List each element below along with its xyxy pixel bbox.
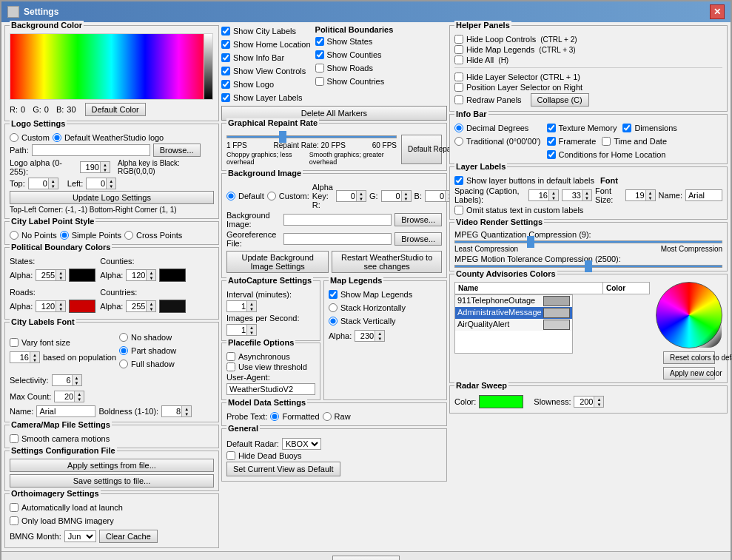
cross-points-radio[interactable] [124, 231, 133, 240]
save-settings-button[interactable]: Save settings to file... [10, 474, 214, 488]
set-default-view-button[interactable]: Set Current View as Default [226, 462, 340, 476]
default-radar-select[interactable]: KBOXKBOSKENX [282, 438, 321, 450]
stack-vertical-radio[interactable] [329, 317, 338, 325]
slowness-down[interactable]: ▼ [594, 402, 603, 407]
top-spinner[interactable]: ▲ ▼ [28, 178, 58, 189]
redraw-panels-checkbox[interactable] [454, 95, 463, 104]
mpeg-motion-slider[interactable] [454, 265, 722, 268]
show-city-labels-checkbox[interactable] [221, 27, 230, 36]
list-item[interactable]: AdministrativeMessage [455, 307, 572, 319]
slowness-spinner[interactable]: ▲ ▼ [574, 396, 604, 408]
countries-alpha-down[interactable]: ▼ [146, 306, 155, 311]
show-countries-checkbox[interactable] [315, 77, 324, 86]
roads-alpha-down[interactable]: ▼ [56, 306, 65, 311]
interval-up[interactable]: ▲ [246, 301, 256, 306]
omit-status-checkbox[interactable] [454, 206, 463, 215]
auto-load-checkbox[interactable] [10, 503, 19, 512]
legend-alpha-down[interactable]: ▼ [375, 336, 384, 341]
update-logo-button[interactable]: Update Logo Settings [10, 191, 214, 204]
interval-spinner[interactable]: ▲ ▼ [226, 300, 257, 312]
top-up[interactable]: ▲ [48, 178, 58, 183]
browse-logo-button[interactable]: Browse... [153, 144, 201, 157]
texture-memory-checkbox[interactable] [547, 124, 556, 132]
radar-color-swatch[interactable] [479, 395, 523, 408]
show-states-checkbox[interactable] [315, 37, 324, 46]
show-info-bar-checkbox[interactable] [221, 53, 230, 62]
vary-font-checkbox[interactable] [10, 338, 19, 347]
left-up[interactable]: ▲ [106, 178, 115, 183]
spacing2-spinner[interactable]: ▲ ▼ [562, 189, 592, 201]
hide-all-checkbox[interactable] [454, 55, 463, 64]
user-agent-input[interactable] [226, 383, 315, 395]
max-count-down[interactable]: ▼ [74, 397, 84, 402]
bg-g-value[interactable] [382, 191, 401, 201]
view-threshold-checkbox[interactable] [226, 362, 235, 371]
repaint-slider[interactable] [226, 135, 397, 138]
close-button[interactable]: Close [332, 556, 399, 560]
show-layer-labels-checkbox[interactable] [221, 93, 230, 102]
georeference-input[interactable] [283, 233, 392, 245]
show-home-location-checkbox[interactable] [221, 40, 230, 49]
bg-image-input[interactable] [283, 214, 392, 226]
spacing1-up[interactable]: ▲ [548, 190, 558, 195]
framerate-checkbox[interactable] [547, 137, 556, 146]
stack-horizontal-radio[interactable] [329, 303, 338, 312]
simple-points-radio[interactable] [60, 231, 69, 240]
countries-alpha-up[interactable]: ▲ [146, 301, 155, 306]
path-input[interactable] [32, 144, 150, 156]
counties-color-swatch[interactable] [159, 269, 186, 282]
browse-geo-button[interactable]: Browse... [394, 232, 442, 246]
bg-b-value[interactable] [426, 191, 445, 201]
smooth-camera-checkbox[interactable] [10, 434, 19, 443]
raw-radio[interactable] [323, 412, 332, 421]
boldness-down[interactable]: ▼ [181, 411, 191, 416]
ips-spinner[interactable]: ▲ ▼ [226, 324, 257, 336]
font-size-value[interactable] [10, 352, 30, 362]
spacing2-down[interactable]: ▼ [582, 195, 591, 200]
show-logo-checkbox[interactable] [221, 80, 230, 89]
bmng-month-select[interactable]: JunJanFebMar AprMayJulAug SepOctNovDec [64, 530, 96, 542]
bg-r-spinner[interactable]: ▲ ▼ [336, 190, 366, 202]
states-color-swatch[interactable] [69, 269, 95, 282]
default-color-button[interactable]: Default Color [85, 103, 146, 116]
color-gradient[interactable] [10, 33, 213, 100]
legend-alpha-spinner[interactable]: ▲ ▼ [355, 330, 385, 342]
no-points-radio[interactable] [10, 231, 19, 240]
top-value[interactable] [29, 178, 48, 189]
font-name-input[interactable] [36, 405, 95, 417]
no-shadow-radio[interactable] [119, 333, 128, 342]
countries-alpha-value[interactable] [127, 301, 146, 311]
max-count-spinner[interactable]: ▲ ▼ [54, 391, 84, 402]
show-view-controls-checkbox[interactable] [221, 67, 230, 75]
close-window-button[interactable]: ✕ [710, 4, 725, 19]
legend-alpha-up[interactable]: ▲ [375, 331, 384, 336]
states-alpha-value[interactable] [36, 270, 56, 280]
browse-bg-button[interactable]: Browse... [394, 213, 442, 226]
slowness-value[interactable] [574, 397, 594, 407]
list-item[interactable]: 911TelephoneOutage [455, 295, 572, 307]
dimensions-checkbox[interactable] [622, 124, 631, 132]
ll-font-size-spinner[interactable]: ▲ ▼ [625, 189, 656, 201]
formatted-radio[interactable] [270, 412, 279, 421]
countries-alpha-spinner[interactable]: ▲ ▼ [126, 300, 156, 312]
bg-default-radio[interactable] [226, 192, 235, 200]
selectivity-value[interactable] [53, 375, 72, 385]
hide-map-legends-checkbox[interactable] [454, 45, 463, 54]
ips-value[interactable] [227, 325, 246, 335]
boldness-up[interactable]: ▲ [181, 406, 191, 411]
ll-font-size-value[interactable] [626, 190, 645, 200]
spacing2-value[interactable] [563, 190, 582, 200]
roads-alpha-value[interactable] [36, 301, 56, 311]
max-count-up[interactable]: ▲ [74, 391, 84, 397]
ips-up[interactable]: ▲ [246, 325, 256, 330]
roads-alpha-up[interactable]: ▲ [56, 301, 65, 306]
alpha-up[interactable]: ▲ [100, 162, 110, 167]
spacing1-spinner[interactable]: ▲ ▼ [528, 189, 559, 201]
bg-g-spinner[interactable]: ▲ ▼ [381, 190, 412, 202]
roads-alpha-spinner[interactable]: ▲ ▼ [36, 300, 66, 312]
bg-r-up[interactable]: ▲ [356, 191, 366, 196]
bg-custom-radio[interactable] [267, 192, 276, 200]
apply-settings-button[interactable]: Apply settings from file... [10, 459, 214, 472]
clear-cache-button[interactable]: Clear Cache [99, 530, 158, 543]
bg-r-down[interactable]: ▼ [356, 196, 366, 201]
